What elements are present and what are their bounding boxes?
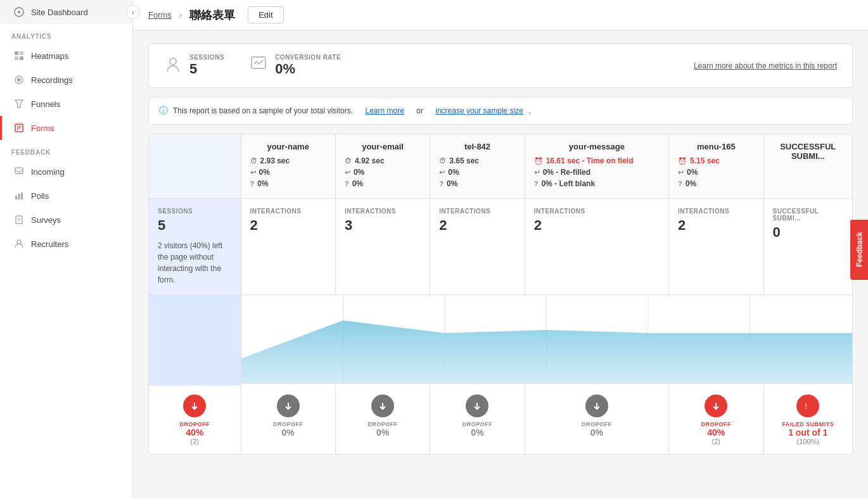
refill-value-your-message: 0% - Re-filled bbox=[543, 168, 590, 177]
sessions-dropoff-icon bbox=[183, 395, 206, 417]
interactions-row: SESSIONS 5 2 visitors (40%) left the pag… bbox=[149, 199, 852, 295]
interactions-label-tel-842: INTERACTIONS bbox=[439, 208, 515, 215]
conversion-label: CONVERSION RATE bbox=[275, 54, 341, 61]
sessions-dropoff-label: DROPOFF bbox=[155, 421, 234, 427]
dropoff-label-your-email: DROPOFF bbox=[342, 421, 423, 427]
interactions-label-your-message: INTERACTIONS bbox=[534, 208, 660, 215]
polls-label: Polls bbox=[31, 191, 49, 201]
info-banner: ⓘ This report is based on a sample of yo… bbox=[148, 97, 853, 125]
refill-tel-842: ↩ 0% bbox=[439, 168, 515, 177]
stats-bar: SESSIONS 5 CONVERSION RATE 0% Learn more… bbox=[148, 43, 853, 88]
svg-point-20 bbox=[17, 240, 21, 244]
successful-submits-value: 0 bbox=[773, 224, 844, 241]
dropoff-count-menu-165: (2) bbox=[675, 438, 756, 445]
field-name-your-name: your-name bbox=[250, 142, 326, 151]
analytics-table: your-name ⏱ 2.93 sec ↩ 0% ? 0 bbox=[149, 134, 852, 454]
breadcrumb-forms[interactable]: Forms bbox=[148, 10, 172, 20]
chart-svg bbox=[241, 295, 853, 384]
blank-menu-165: ? 0% bbox=[678, 179, 754, 188]
interactions-value-tel-842: 2 bbox=[439, 217, 515, 234]
sessions-note: 2 visitors (40%) left the page without i… bbox=[158, 240, 232, 286]
sidebar-item-heatmaps[interactable]: Heatmaps bbox=[0, 44, 132, 68]
time-on-field-menu-165: ⏰ 5.15 sec bbox=[678, 156, 754, 165]
refill-value-your-name: 0% bbox=[259, 168, 270, 177]
interactions-value-your-email: 3 bbox=[345, 217, 421, 234]
successful-submits-col-label: SUCCESSFUL SUBMI... bbox=[773, 208, 844, 222]
interactions-tel-842: INTERACTIONS 2 bbox=[430, 199, 525, 295]
sidebar-item-polls[interactable]: Polls bbox=[0, 184, 132, 208]
sidebar-item-incoming[interactable]: Incoming bbox=[0, 160, 132, 184]
time-value-menu-165: 5.15 sec bbox=[690, 156, 720, 165]
svg-rect-4 bbox=[15, 56, 18, 60]
sidebar-toggle[interactable]: ‹ bbox=[126, 5, 140, 19]
successful-submits-value-cell: SUCCESSFUL SUBMI... 0 bbox=[763, 199, 852, 295]
svg-text:!: ! bbox=[805, 401, 807, 411]
svg-rect-3 bbox=[20, 51, 23, 55]
clock-icon2: ⏱ bbox=[345, 157, 352, 165]
sidebar-item-recordings[interactable]: Recordings bbox=[0, 68, 132, 92]
dropoff-label-menu-165: DROPOFF bbox=[675, 421, 756, 427]
col-header-successful-submits: SUCCESSFUL SUBMI... bbox=[763, 134, 852, 199]
dropoff-your-email: DROPOFF 0% bbox=[335, 386, 430, 454]
sessions-dropoff-pct: 40% bbox=[155, 427, 234, 438]
blank-value-your-name: 0% bbox=[257, 179, 268, 188]
sidebar-item-surveys[interactable]: Surveys bbox=[0, 208, 132, 232]
interactions-menu-165: INTERACTIONS 2 bbox=[669, 199, 763, 295]
dropoff-icon-your-email bbox=[371, 395, 394, 417]
field-name-menu-165: menu-165 bbox=[678, 142, 754, 151]
analytics-section-label: ANALYTICS bbox=[0, 24, 132, 44]
info-icon: ⓘ bbox=[159, 105, 168, 117]
clock-icon4: ⏰ bbox=[534, 157, 543, 165]
dropoff-label-tel-842: DROPOFF bbox=[437, 421, 518, 427]
feedback-tab[interactable]: Feedback bbox=[850, 219, 868, 279]
sidebar-item-funnels[interactable]: Funnels bbox=[0, 92, 132, 116]
sidebar-item-forms[interactable]: Forms bbox=[0, 116, 132, 140]
dropoff-menu-165: DROPOFF 40% (2) bbox=[669, 386, 763, 454]
blank-your-email: ? 0% bbox=[345, 179, 421, 188]
learn-more-inline-link[interactable]: Learn more bbox=[365, 106, 404, 115]
sessions-label: SESSIONS bbox=[189, 54, 224, 61]
interactions-value-your-name: 2 bbox=[250, 217, 326, 234]
col-header-your-message: your-message ⏰ 16.61 sec - Time on field… bbox=[525, 134, 668, 199]
chart-row bbox=[149, 295, 852, 386]
sessions-header-cell bbox=[149, 134, 241, 199]
blank-value-tel-842: 0% bbox=[447, 179, 457, 188]
interactions-value-your-message: 2 bbox=[534, 217, 660, 234]
blank-your-message: ? 0% - Left blank bbox=[534, 179, 660, 188]
blank-icon: ? bbox=[250, 180, 255, 187]
refill-icon2: ↩ bbox=[345, 168, 350, 177]
sessions-value: 5 bbox=[189, 61, 224, 77]
page-header: Forms › 聯絡表單 Edit bbox=[133, 0, 868, 30]
svg-rect-5 bbox=[20, 56, 23, 60]
conversion-stat-text: CONVERSION RATE 0% bbox=[275, 54, 341, 77]
feedback-section-label: FEEDBACK bbox=[0, 140, 132, 160]
sidebar-item-site-dashboard[interactable]: Site Dashboard bbox=[0, 0, 132, 24]
failed-submits-icon: ! bbox=[796, 395, 819, 417]
heatmaps-icon bbox=[13, 50, 25, 61]
clock-icon3: ⏱ bbox=[439, 157, 446, 165]
sidebar: ‹ Site Dashboard ANALYTICS Heatmaps Reco… bbox=[0, 0, 133, 499]
refill-your-email: ↩ 0% bbox=[345, 168, 421, 177]
dropoff-label-your-message: DROPOFF bbox=[532, 421, 662, 427]
successful-submits-label: SUCCESSFUL SUBMI... bbox=[773, 142, 844, 161]
refill-icon: ↩ bbox=[250, 168, 256, 177]
dropoff-icon-your-name bbox=[277, 395, 300, 417]
info-text-before: This report is based on a sample of your… bbox=[173, 106, 353, 115]
svg-marker-8 bbox=[15, 100, 23, 108]
blank-icon5: ? bbox=[678, 180, 682, 187]
refill-icon4: ↩ bbox=[534, 168, 540, 177]
refill-value-your-email: 0% bbox=[354, 168, 364, 177]
svg-point-7 bbox=[17, 78, 21, 82]
interactions-your-email: INTERACTIONS 3 bbox=[335, 199, 430, 295]
main-content: Forms › 聯絡表單 Edit SESSIONS 5 CONVER bbox=[133, 0, 868, 499]
edit-button[interactable]: Edit bbox=[248, 6, 283, 23]
increase-sample-link[interactable]: increase your sample size bbox=[435, 106, 523, 115]
heatmaps-label: Heatmaps bbox=[31, 51, 68, 61]
failed-submits-cell: ! FAILED SUBMITS 1 out of 1 (100%) bbox=[763, 386, 852, 454]
sessions-data-value: 5 bbox=[158, 217, 232, 234]
learn-more-link[interactable]: Learn more about the metrics in this rep… bbox=[694, 61, 837, 70]
time-value-your-name: 2.93 sec bbox=[260, 156, 290, 165]
interactions-value-menu-165: 2 bbox=[678, 217, 754, 234]
sidebar-item-recruiters[interactable]: Recruiters bbox=[0, 232, 132, 256]
interactions-label-your-email: INTERACTIONS bbox=[345, 208, 421, 215]
